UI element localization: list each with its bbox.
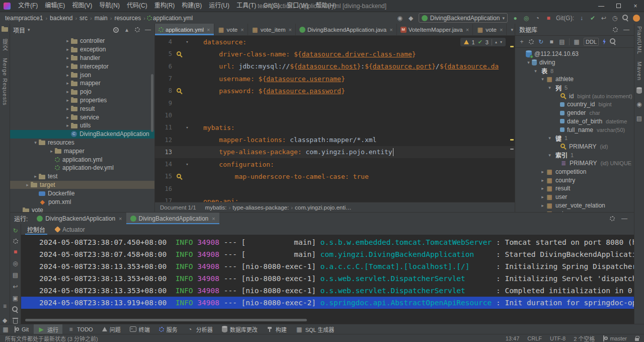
chevron-down-icon[interactable]: ▾ [28,27,30,32]
project-tree-item[interactable]: ▸test [10,172,154,181]
scrollbar-thumb[interactable] [151,74,153,132]
database-tree-item[interactable]: ▸▦result [515,184,634,193]
tool-stripe-label[interactable]: PlantUML [636,26,642,54]
database-tree-item[interactable]: ≣PRIMARY(id) UNIQUE [515,159,634,168]
project-tree-item[interactable]: ▸json [10,71,154,79]
database-tree-item[interactable]: date_of_birthdatetime [515,117,634,126]
tool-window-button-run[interactable]: ▶运行 [34,324,62,334]
project-tree-item[interactable]: ▾resources [10,139,154,147]
chevron-right-icon[interactable]: ▸ [64,106,71,111]
thread-dump-icon[interactable]: ▤ [12,271,19,279]
gutter-key-icon[interactable] [176,173,183,180]
tool-window-button-profiler[interactable]: ◔分析器 [183,324,217,334]
breadcrumb-item[interactable]: mybatis: [205,204,227,211]
close-icon[interactable]: × [500,27,503,33]
tool-window-button-git[interactable]: Git [10,324,33,334]
table-icon[interactable]: ▦ [573,38,580,45]
project-tree-item[interactable]: ◆pom.xml [10,197,154,206]
editor[interactable]: 4▾datasource:5 driver-class-name: ${data… [155,36,515,202]
tool-window-button-services[interactable]: 服务 [155,324,182,334]
status-line-separator[interactable]: CRLF [527,335,542,341]
inspections-widget[interactable]: 1 ✔ 3 ▴ ▾ [460,38,506,46]
coverage-icon[interactable]: ◎ [12,260,19,267]
database-tree-item[interactable]: ▸▦competition [515,168,634,176]
avatar[interactable] [633,15,640,22]
rollback-icon[interactable]: ↩ [600,15,607,22]
editor-line[interactable]: 8 password: ${datasource.password} [155,85,515,97]
close-icon[interactable]: × [466,27,469,33]
project-tool-icon[interactable] [2,27,8,32]
close-icon[interactable]: × [119,216,122,222]
editor-line[interactable]: 12 mapper-locations: classpath:mapper/*.… [155,133,515,146]
run-configuration-select[interactable]: DivingBackendApplication ▾ [419,13,508,23]
database-tree-item[interactable]: ▾diving [515,58,634,67]
breadcrumb-item[interactable]: Document 1/1 [160,204,196,211]
warning-mark[interactable] [510,46,514,47]
menu-item[interactable]: 工具(T) [233,0,260,12]
settings-icon[interactable] [613,27,618,32]
project-tree-item[interactable]: Dockerfile [10,189,154,197]
chevron-right-icon[interactable]: ▸ [64,89,71,94]
project-tree-item[interactable]: application.yml [10,155,154,164]
code-with-me-icon[interactable]: ◉ [396,15,404,22]
update-project-icon[interactable]: ↓ [578,15,585,22]
chevron-right-icon[interactable]: ▸ [539,169,546,174]
menu-item[interactable]: 运行(U) [205,0,233,12]
query-console-icon[interactable]: ▤ [558,38,566,45]
tool-stripe-label[interactable]: Maven [636,61,642,81]
collapse-all-icon[interactable]: ▴ [123,26,130,33]
menu-item[interactable]: 编辑(E) [41,0,68,12]
maximize-button[interactable] [610,0,627,12]
editor-tab[interactable]: application.yml× [155,24,214,35]
search-icon[interactable] [610,38,616,45]
database-tree-item[interactable]: idbigint (auto increment) [515,92,634,100]
structure-tool-icon[interactable]: ≡ [2,303,9,310]
editor-line[interactable]: 11▾mybatis: [155,121,515,133]
print-icon[interactable]: ▣ [12,295,19,302]
close-icon[interactable]: × [212,216,215,222]
chevron-right-icon[interactable]: ▸ [539,194,546,199]
fold-icon[interactable]: ▾ [183,125,191,130]
chevron-right-icon[interactable]: ▸ [48,149,55,154]
close-icon[interactable]: × [389,27,392,33]
chevron-down-icon[interactable]: ▾ [532,69,539,74]
gutter-key-icon[interactable] [176,51,183,57]
run-tab[interactable]: DivingBackendApplication× [33,213,126,224]
menu-item[interactable]: 构建(B) [178,0,205,12]
history-icon[interactable]: ◷ [611,15,618,22]
debug-icon[interactable]: ● [512,15,519,22]
chevron-right-icon[interactable]: ▸ [24,182,31,187]
chevron-down-icon[interactable]: ▾ [539,77,546,82]
console-line[interactable]: 2024-05-08T23:38:13.353+08:00 INFO 34908… [21,285,634,297]
menu-item[interactable]: 视图(V) [68,0,96,12]
chevron-right-icon[interactable]: ▸ [539,203,546,208]
rerun-icon[interactable]: ↻ [12,227,19,234]
search-everywhere-icon[interactable] [622,15,629,21]
menu-item[interactable]: 代码(C) [123,0,151,12]
bolt-icon[interactable] [602,39,606,45]
tool-window-button-terminal[interactable]: >_终端 [126,324,154,334]
stop-icon[interactable]: ■ [548,38,555,45]
tool-window-button-build[interactable]: 构建 [263,324,291,334]
console-tab[interactable]: 控制台 [23,224,49,235]
fold-icon[interactable]: ▾ [183,39,191,44]
tabs-overflow-icon[interactable]: ▾ [507,24,515,35]
breadcrumb-item[interactable]: main [94,15,109,22]
commit-icon[interactable]: ✔ [589,15,596,22]
chevron-right-icon[interactable]: ▸ [64,81,71,86]
chevron-right-icon[interactable]: ▸ [64,47,71,52]
project-tree-item[interactable]: ▸service [10,113,154,121]
minimize-button[interactable]: — [593,0,610,12]
hide-panel-icon[interactable]: — [144,26,151,33]
fold-icon[interactable]: ▾ [183,162,191,167]
console-line[interactable]: 2024-05-08T23:38:07.450+08:00 INFO 34908… [21,236,634,248]
chevron-right-icon[interactable]: ▸ [64,55,71,60]
project-tree-item[interactable]: ▸utils [10,121,154,130]
tool-window-button-todo[interactable]: ≡TODO [63,324,97,334]
database-tree-item[interactable]: ▾索引1 [515,151,634,159]
chevron-down-icon[interactable]: ▾ [546,153,553,158]
breadcrumb-item[interactable]: src [78,15,89,22]
status-indent[interactable]: 2 个空格 [574,334,595,342]
tool-stripe-label[interactable]: Merge Requests [2,58,8,106]
bookmarks-tool-icon[interactable]: ◆ [2,317,9,324]
